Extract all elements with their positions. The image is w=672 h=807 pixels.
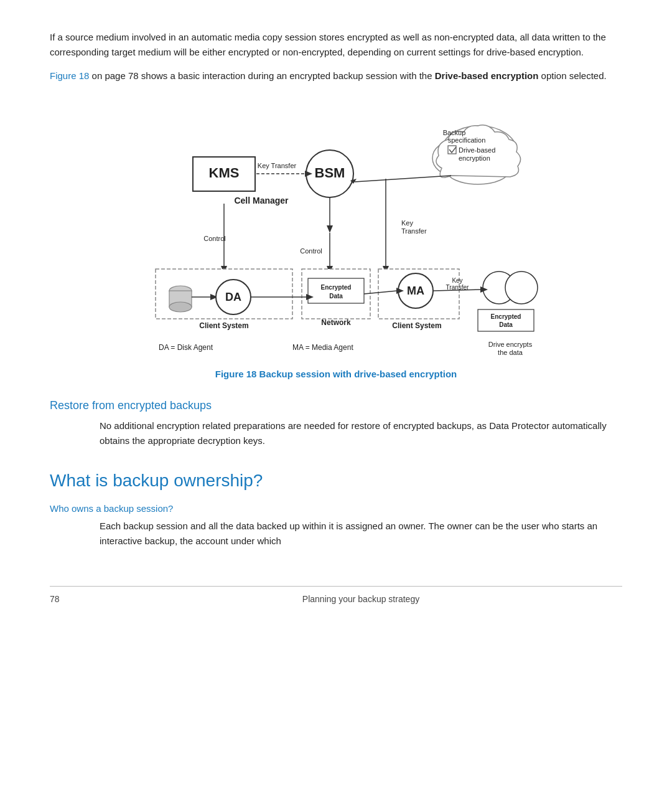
cloud-to-bsm-arrow xyxy=(355,176,451,182)
section1-heading: Restore from encrypted backups xyxy=(50,399,622,412)
body-paragraph-2-suffix: option selected. xyxy=(538,70,606,81)
key-transfer-drive-label: Key xyxy=(452,277,462,284)
page: If a source medium involved in an automa… xyxy=(0,0,672,641)
drive-based-label: Drive-based xyxy=(459,146,495,154)
diagram-svg: Drive-based encryption Backup specificat… xyxy=(118,101,554,362)
disk-bottom xyxy=(169,302,192,312)
specification-label: specification xyxy=(448,136,486,144)
kms-label: KMS xyxy=(209,165,240,181)
figure-ref-link[interactable]: Figure 18 xyxy=(50,70,89,81)
drive-encrypts-label: Drive encrypts xyxy=(488,341,533,348)
footer-title: Planning your backup strategy xyxy=(100,594,622,604)
network-label: Network xyxy=(321,318,351,327)
control-left-label: Control xyxy=(203,235,225,242)
encrypted-drive-label: Encrypted xyxy=(491,313,521,320)
footer-page-number: 78 xyxy=(50,594,100,604)
key-transfer-drive-label2: Transfer xyxy=(446,284,470,291)
ma-label: MA xyxy=(407,285,424,297)
encrypted-label: Encrypted xyxy=(321,284,352,291)
body-paragraph-1: If a source medium involved in an automa… xyxy=(50,30,622,60)
section2-body: Each backup session and all the data bac… xyxy=(100,519,622,549)
drive-based-encryption-bold: Drive-based encryption xyxy=(435,70,539,81)
backup-spec-label: Backup xyxy=(443,129,466,136)
bsm-down-arrowhead xyxy=(327,225,333,233)
da-legend: DA = Disk Agent xyxy=(159,343,213,352)
cell-manager-label: Cell Manager xyxy=(234,196,289,205)
footer: 78 Planning your backup strategy xyxy=(50,586,622,604)
body-paragraph-2-text: on page 78 shows a basic interaction dur… xyxy=(89,70,434,81)
figure-caption: Figure 18 Backup session with drive-base… xyxy=(50,369,622,379)
encryption-label: encryption xyxy=(459,154,490,162)
da-label: DA xyxy=(225,291,241,303)
client-system-right-label: Client System xyxy=(392,321,441,330)
section2-heading: What is backup ownership? xyxy=(50,471,622,491)
body-paragraph-2: Figure 18 on page 78 shows a basic inter… xyxy=(50,68,622,83)
key-transfer-right-label2: Transfer xyxy=(401,227,427,235)
encrypted-data-box xyxy=(308,278,364,303)
key-transfer-right-label: Key xyxy=(401,219,413,227)
drive-circle-right xyxy=(505,271,538,304)
section2-sub-heading: Who owns a backup session? xyxy=(50,503,622,514)
control-right-label: Control xyxy=(300,247,322,255)
data-drive-label: Data xyxy=(499,321,513,328)
ma-legend: MA = Media Agent xyxy=(292,343,353,352)
diagram-container: Drive-based encryption Backup specificat… xyxy=(50,101,622,362)
key-transfer-label: Key Transfer xyxy=(258,162,297,169)
cloud-shape: Drive-based encryption Backup specificat… xyxy=(432,125,521,184)
section1-body: No additional encryption related prepara… xyxy=(100,418,622,448)
client-system-left-label: Client System xyxy=(199,321,248,330)
drive-encrypts-label2: the data xyxy=(498,349,523,356)
bsm-label: BSM xyxy=(315,165,345,181)
data-label: Data xyxy=(329,293,343,300)
